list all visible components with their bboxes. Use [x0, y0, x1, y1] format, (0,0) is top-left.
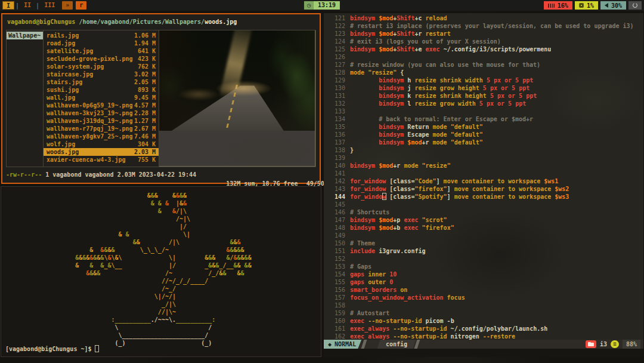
line-number: 130 — [324, 84, 345, 92]
file-row[interactable]: wallhaven-r77pqj_19~.png2.67 M — [44, 125, 159, 133]
ranger-file-list: rails.jpg1.06 Mroad.jpg1.94 Msatellite.j… — [44, 30, 159, 167]
file-row[interactable]: solar-system.jpg762 K — [44, 63, 159, 70]
memory-value: 16% — [558, 2, 568, 9]
file-name: secluded-grove-pixel.png — [47, 55, 133, 63]
line-number: 127 — [324, 61, 345, 69]
file-row[interactable]: road.jpg1.94 M — [44, 39, 159, 47]
file-row[interactable]: staircase.jpg3.02 M — [44, 70, 159, 78]
vim-line-155: 155gaps outer 0 — [324, 278, 643, 286]
vim-line-145: 145 — [324, 201, 643, 208]
file-meta: 1 vagabond vagabond 2.03M 2023-04-22 19:… — [42, 171, 196, 178]
woods-photo-preview — [159, 30, 315, 131]
terminal-window[interactable]: &&& &&&& & & & |&& & &/|\ /~|\ |/ & & \| — [1, 186, 321, 357]
file-row[interactable]: stairs.jpg2.05 M — [44, 78, 159, 86]
vim-line-134: 134 # back to normal: Enter or Escape or… — [324, 115, 643, 123]
line-number: 142 — [324, 177, 345, 185]
volume-module[interactable]: 30% — [600, 1, 626, 10]
file-row[interactable]: wolf.jpg304 K — [44, 140, 159, 148]
volume-value: 30% — [611, 2, 622, 9]
file-name: rails.jpg — [47, 32, 79, 39]
workspace-switcher: I|II|III — [2, 0, 59, 11]
vim-buffer[interactable]: 121bindsym $mod+Shift+c reload122# resta… — [324, 14, 643, 340]
workspace-separator: | — [35, 2, 40, 9]
line-number: 140 — [324, 162, 345, 170]
vim-line-125: 125bindsym $mod+Shift+e exec ~/.config/i… — [324, 45, 643, 53]
workspace-III[interactable]: III — [41, 1, 58, 10]
volume-icon — [605, 3, 608, 8]
ranger-path-header: vagabond@bigChungus /home/vagabond/Pictu… — [2, 14, 320, 27]
file-size: 423 K — [138, 55, 156, 63]
file-row[interactable]: sushi.jpg893 K — [44, 86, 159, 94]
file-size: 1.06 M — [134, 32, 156, 39]
file-size: 762 K — [138, 63, 156, 70]
memory-module: 16% — [544, 1, 572, 10]
vim-line-142: 142for_window [class="Code"] move contai… — [324, 177, 643, 185]
ranger-path: /home/vagabond/Pictures/Wallpapers/ — [75, 19, 205, 25]
vim-mode-icon: ◆ — [328, 340, 332, 349]
vim-line-129: 129 bindsym h resize shrink width 5 px o… — [324, 76, 643, 84]
vim-line-156: 156smart_borders on — [324, 286, 643, 294]
vim-line-161: 161exec_always --no-startup-id ~/.config… — [324, 325, 643, 333]
ranger-window[interactable]: vagabond@bigChungus /home/vagabond/Pictu… — [1, 13, 321, 184]
power-button[interactable] — [628, 1, 642, 10]
vim-line-148: 148bindsym $mod+b exec "firefox" — [324, 224, 643, 232]
line-number: 159 — [324, 309, 345, 317]
cpu-value: 1% — [587, 2, 594, 9]
file-size: 2.05 M — [134, 78, 156, 86]
vim-line-136: 136 bindsym Escape mode "default" — [324, 131, 643, 139]
vim-cursor — [382, 193, 386, 200]
shell-prompt[interactable]: [vagabond@bigChungus ~]$ — [5, 345, 99, 352]
power-icon — [633, 3, 637, 8]
file-row[interactable]: wall.jpg9.45 M — [44, 94, 159, 101]
file-row[interactable]: satellite.jpg641 K — [44, 47, 159, 55]
line-number: 131 — [324, 92, 345, 100]
workspace-II[interactable]: II — [20, 1, 35, 10]
file-name: satellite.jpg — [47, 47, 93, 55]
ranger-parent-column: Wallpape~ — [7, 30, 44, 167]
vim-line-147: 147bindsym $mod+p exec "scrot" — [324, 216, 643, 224]
line-number: 123 — [324, 30, 345, 38]
file-size: 7.46 M — [134, 133, 156, 140]
line-number: 146 — [324, 208, 345, 216]
prompt-text: [vagabond@bigChungus ~]$ — [5, 346, 92, 352]
line-number: 149 — [324, 232, 345, 239]
line-number: 143 — [324, 185, 345, 193]
sunlight-patch — [215, 81, 272, 96]
file-size: 2.03 M — [134, 148, 156, 156]
vim-line-122: 122# restart i3 inplace (preserves your … — [324, 22, 643, 30]
file-row[interactable]: wallhaven-j319dq_19~.png1.27 M — [44, 117, 159, 125]
file-row[interactable]: xavier-cuenca-w4-3.jpg755 K — [44, 156, 159, 164]
vim-line-154: 154gaps inner 10 — [324, 270, 643, 278]
line-number: 141 — [324, 170, 345, 177]
vim-line-146: 146# Shortcuts — [324, 208, 643, 216]
file-row-selected[interactable]: woods.jpg2.03 M — [44, 148, 159, 156]
file-name: xavier-cuenca-w4-3.jpg — [47, 156, 125, 164]
vim-line-138: 138} — [324, 146, 643, 154]
vim-line-124: 124# exit i3 (logs you out of your X ses… — [324, 38, 643, 45]
parent-dir-item[interactable]: Wallpape~ — [7, 32, 43, 39]
workspace-separator: | — [15, 2, 20, 9]
vim-line-151: 151include i3gruv.config — [324, 247, 643, 255]
line-number: 135 — [324, 123, 345, 131]
vim-line-144: 144for_window [class="Spotify"] move con… — [324, 193, 643, 201]
file-row[interactable]: wallhaven-3kvj23_19~.png2.28 M — [44, 109, 159, 117]
vim-line-126: 126 — [324, 53, 643, 61]
vim-command-line[interactable] — [324, 349, 643, 357]
file-row[interactable]: wallhaven-0p6g59_19~.png4.57 M — [44, 101, 159, 109]
cpu-icon — [579, 3, 584, 8]
run-button[interactable]: r — [76, 1, 86, 10]
line-number: 121 — [324, 14, 345, 22]
vim-window[interactable]: 121bindsym $mod+Shift+c reload122# resta… — [324, 13, 643, 357]
line-number: 128 — [324, 69, 345, 76]
clock-icon: ◷ — [304, 1, 314, 10]
file-row[interactable]: rails.jpg1.06 M — [44, 32, 159, 39]
line-number: 134 — [324, 115, 345, 123]
menu-button[interactable]: » — [62, 1, 73, 10]
file-row[interactable]: secluded-grove-pixel.png423 K — [44, 55, 159, 63]
file-name: wallhaven-0p6g59_19~.png — [47, 101, 133, 109]
ranger-statusbar: -rw-r--r-- 1 vagabond vagabond 2.03M 202… — [6, 170, 316, 179]
file-row[interactable]: wallhaven-y8gkv7_25~.png7.46 M — [44, 133, 159, 140]
workspace-I[interactable]: I — [2, 1, 14, 10]
file-size: 2.67 M — [134, 125, 156, 133]
line-number: 153 — [324, 263, 345, 270]
